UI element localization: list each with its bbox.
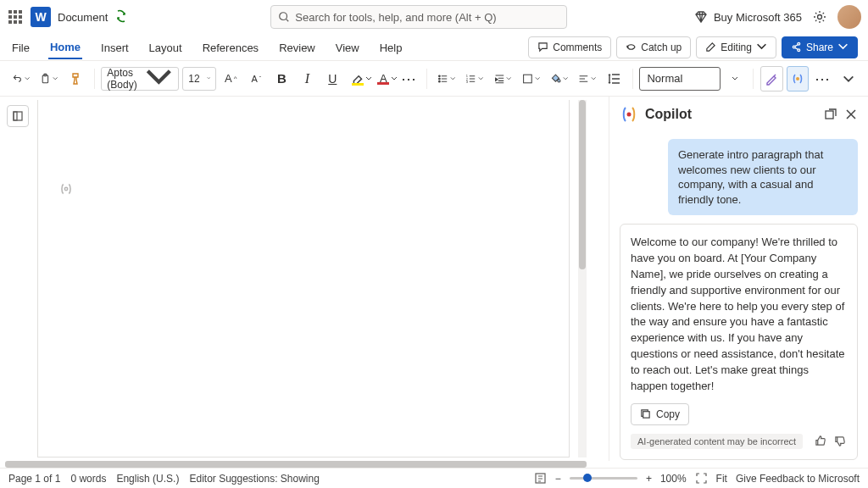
highlight-button[interactable]	[347, 66, 369, 92]
font-size-select[interactable]: 12	[182, 67, 216, 91]
thumbs-up-icon[interactable]	[815, 435, 827, 447]
share-button[interactable]: Share	[782, 36, 858, 58]
shading-button[interactable]	[547, 66, 571, 92]
page-indicator[interactable]: Page 1 of 1	[8, 473, 60, 485]
style-select[interactable]: Normal	[639, 67, 721, 91]
comments-button[interactable]: Comments	[528, 36, 611, 58]
italic-button[interactable]: I	[296, 66, 318, 92]
designer-button[interactable]	[760, 66, 782, 92]
editing-mode-button[interactable]: Editing	[696, 36, 776, 58]
copilot-inline-icon[interactable]	[58, 181, 74, 197]
undo-button[interactable]	[8, 66, 33, 92]
collapse-ribbon-button[interactable]	[837, 66, 860, 92]
copilot-logo-icon	[620, 105, 638, 124]
copilot-title: Copilot	[645, 107, 692, 122]
spacing-button[interactable]	[604, 66, 626, 92]
close-icon[interactable]	[844, 108, 858, 121]
user-avatar[interactable]	[837, 5, 861, 29]
svg-point-14	[796, 77, 799, 80]
document-title[interactable]: Document	[58, 11, 108, 24]
popout-icon[interactable]	[824, 108, 837, 121]
svg-point-18	[627, 113, 632, 117]
shrink-font-button[interactable]: Aˇ	[245, 66, 267, 92]
fit-label[interactable]: Fit	[716, 473, 727, 485]
svg-point-9	[439, 80, 441, 82]
word-app-icon: W	[31, 7, 51, 27]
svg-rect-15	[14, 112, 22, 120]
underline-button[interactable]: U	[321, 66, 343, 92]
tab-view[interactable]: View	[334, 36, 361, 58]
font-color-button[interactable]: A	[372, 66, 394, 92]
editor-status[interactable]: Editor Suggestions: Showing	[189, 473, 319, 485]
copy-button[interactable]: Copy	[631, 403, 689, 425]
ribbon-toolbar: Aptos (Body) 12 A^ Aˇ B I U A ⋯ 123 Norm…	[0, 61, 868, 97]
fit-icon[interactable]	[695, 472, 708, 485]
app-launcher-icon[interactable]	[7, 8, 24, 25]
svg-point-4	[798, 49, 800, 52]
more-font-button[interactable]: ⋯	[398, 66, 420, 92]
page[interactable]	[37, 100, 570, 458]
horizontal-scrollbar[interactable]	[5, 461, 587, 468]
ribbon-overflow-button[interactable]: ⋯	[812, 66, 834, 92]
copilot-toggle-button[interactable]	[787, 66, 809, 92]
svg-point-0	[280, 13, 287, 20]
svg-point-17	[64, 187, 67, 190]
tab-help[interactable]: Help	[378, 36, 404, 58]
zoom-slider[interactable]	[570, 477, 637, 480]
numbering-button[interactable]: 123	[462, 66, 487, 92]
copilot-response-card: Welcome to our company! We're thrilled t…	[620, 224, 858, 459]
font-family-select[interactable]: Aptos (Body)	[101, 67, 179, 91]
svg-rect-20	[643, 412, 649, 418]
svg-rect-16	[14, 112, 17, 120]
language-indicator[interactable]: English (U.S.)	[116, 473, 179, 485]
ai-disclaimer: AI-generated content may be incorrect	[631, 434, 803, 449]
svg-point-7	[439, 75, 441, 76]
bullets-button[interactable]	[434, 66, 459, 92]
border-button[interactable]	[519, 66, 543, 92]
svg-point-2	[798, 42, 800, 45]
thumbs-down-icon[interactable]	[834, 435, 847, 447]
svg-text:3: 3	[466, 79, 469, 83]
copilot-panel: Copilot Generate intro paragraph that we…	[609, 97, 868, 461]
grow-font-button[interactable]: A^	[220, 66, 242, 92]
buy-microsoft-link[interactable]: Buy Microsoft 365	[693, 9, 802, 25]
svg-rect-19	[826, 111, 833, 119]
status-bar: Page 1 of 1 0 words English (U.S.) Edito…	[0, 468, 868, 488]
style-chevron[interactable]	[724, 66, 746, 92]
zoom-level[interactable]: 100%	[660, 473, 687, 485]
word-count[interactable]: 0 words	[70, 473, 106, 485]
zoom-in-button[interactable]: +	[646, 473, 652, 485]
align-button[interactable]	[575, 66, 599, 92]
reading-view-icon[interactable]	[534, 472, 547, 485]
ribbon-tabs: File Home Insert Layout References Revie…	[0, 34, 868, 61]
sync-status-icon[interactable]	[114, 9, 128, 25]
svg-rect-13	[523, 75, 531, 83]
search-placeholder: Search for tools, help, and more (Alt + …	[295, 11, 496, 24]
navigation-pane-button[interactable]	[7, 105, 29, 127]
tab-review[interactable]: Review	[277, 36, 317, 58]
svg-point-1	[818, 15, 822, 19]
format-painter-button[interactable]	[65, 66, 87, 92]
catchup-button[interactable]: Catch up	[616, 36, 691, 58]
document-canvas[interactable]	[0, 97, 609, 461]
svg-point-3	[793, 46, 795, 48]
tab-file[interactable]: File	[10, 36, 31, 58]
tab-home[interactable]: Home	[48, 36, 82, 59]
copilot-response-text: Welcome to our company! We're thrilled t…	[631, 235, 847, 394]
paste-button[interactable]	[36, 66, 61, 92]
vertical-scrollbar[interactable]	[578, 100, 587, 458]
user-prompt-bubble: Generate intro paragraph that welcomes n…	[668, 139, 858, 215]
bold-button[interactable]: B	[270, 66, 292, 92]
tab-layout[interactable]: Layout	[147, 36, 184, 58]
settings-icon[interactable]	[812, 9, 827, 25]
search-input[interactable]: Search for tools, help, and more (Alt + …	[270, 5, 567, 29]
svg-point-8	[439, 78, 441, 80]
tab-references[interactable]: References	[201, 36, 260, 58]
tab-insert[interactable]: Insert	[99, 36, 131, 58]
indent-button[interactable]	[491, 66, 515, 92]
feedback-link[interactable]: Give Feedback to Microsoft	[736, 473, 860, 485]
zoom-out-button[interactable]: −	[555, 473, 561, 485]
